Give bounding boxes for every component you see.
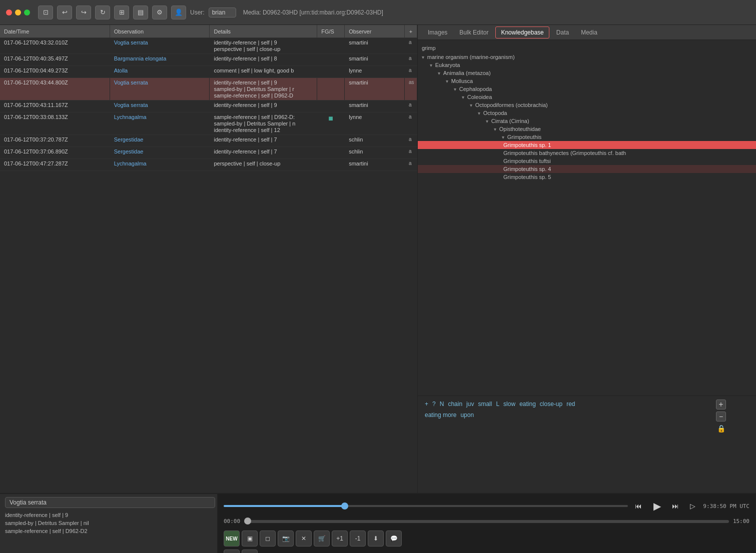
assoc-item[interactable]: close-up bbox=[539, 400, 563, 408]
assoc-add-button[interactable]: + bbox=[716, 400, 726, 410]
grid-icon: ⊞ bbox=[119, 8, 125, 16]
play-button[interactable]: ▶ bbox=[649, 498, 665, 514]
kb-tree-item[interactable]: ▾ Mollusca bbox=[418, 77, 756, 85]
kb-tree-item[interactable]: ▾ Grimpoteuthis bbox=[418, 133, 756, 141]
kb-tree-item[interactable]: ▾ Octopoda bbox=[418, 109, 756, 117]
skip-back-button[interactable]: ⏮ bbox=[632, 500, 645, 512]
minimize-button[interactable] bbox=[15, 10, 21, 16]
table-row[interactable]: 017-06-12T00:04:49.273ZAtollacomment | s… bbox=[0, 66, 417, 78]
refresh-button[interactable]: ↻ bbox=[95, 6, 110, 20]
panel-icon: ▤ bbox=[138, 8, 144, 16]
fgs-green-icon: ■ bbox=[328, 114, 333, 123]
tab-data[interactable]: Data bbox=[551, 27, 574, 38]
kb-tree-item[interactable]: ▾ Coleoidea bbox=[418, 93, 756, 101]
kb-tree-item[interactable]: ▾ Octopodiformes (octobrachia) bbox=[418, 101, 756, 109]
assoc-item[interactable]: slow bbox=[502, 400, 516, 408]
kb-tree-item[interactable]: Grimpoteuthis tuftsi bbox=[418, 157, 756, 165]
assoc-item[interactable]: eating bbox=[518, 400, 537, 408]
refresh-icon: ↻ bbox=[100, 8, 106, 16]
table-row[interactable]: 017-06-12T00:47:27.287ZLychnagalmaperspe… bbox=[0, 159, 417, 171]
table-row[interactable]: 017-06-12T00:43:11.167ZVogtia serrataide… bbox=[0, 100, 417, 112]
table-row[interactable]: 017-06-12T00:37:06.890ZSergestidaeidenti… bbox=[0, 147, 417, 159]
cell-fgs bbox=[317, 159, 345, 170]
panel-button[interactable]: ▤ bbox=[133, 6, 148, 20]
minus1-button[interactable]: -1 bbox=[350, 530, 366, 546]
kb-tree-item[interactable]: ▾ Cephalopoda bbox=[418, 85, 756, 93]
concept-select[interactable]: Vogtia serrata bbox=[5, 497, 215, 508]
comment-button[interactable]: 💬 bbox=[386, 530, 402, 546]
cell-observation: Vogtia serrata bbox=[110, 78, 210, 100]
right-tabs: ImagesBulk EditorKnowledgebaseDataMedia bbox=[418, 25, 756, 40]
assoc-item[interactable]: + bbox=[424, 400, 429, 408]
assoc-item[interactable]: L bbox=[495, 400, 500, 408]
new-annotation-button[interactable]: NEW bbox=[224, 530, 240, 546]
kb-tree-item[interactable]: ▾ Animalia (metazoa) bbox=[418, 69, 756, 77]
assoc-item[interactable]: upon bbox=[459, 411, 475, 419]
table-panel: Date/Time Observation Details FG/S Obser… bbox=[0, 25, 418, 493]
cell-details: identity-reference | self | 7 bbox=[210, 147, 317, 158]
assoc-item[interactable]: chain bbox=[447, 400, 463, 408]
cell-observer: schlin bbox=[345, 135, 405, 146]
timeline-handle[interactable] bbox=[244, 518, 251, 524]
grid-button[interactable]: ⊞ bbox=[114, 6, 129, 20]
tab-bulk-editor[interactable]: Bulk Editor bbox=[454, 27, 493, 38]
kb-tree: grimp ▾ marine organism (marine-organism… bbox=[418, 40, 756, 396]
table-row[interactable]: 017-06-12T00:33:08.133ZLychnagalmasample… bbox=[0, 112, 417, 135]
trash-button[interactable]: 🗑 bbox=[242, 550, 258, 553]
cell-details: perspective | self | close-up bbox=[210, 159, 317, 170]
table-row[interactable]: 017-06-12T00:40:35.497ZBargmannia elonga… bbox=[0, 54, 417, 66]
tab-knowledgebase[interactable]: Knowledgebase bbox=[495, 26, 549, 38]
cell-fgs: ■ bbox=[317, 112, 345, 134]
progress-fill bbox=[224, 505, 345, 507]
action-buttons: NEW ▣ ◻ 📷 ✕ 🛒 +1 -1 ⬇ 💬 bbox=[224, 530, 749, 546]
table-row[interactable]: 017-06-12T00:43:44.800ZVogtia serrataide… bbox=[0, 78, 417, 100]
snapshot-button[interactable]: ◻ bbox=[260, 530, 276, 546]
fullscreen-button[interactable] bbox=[24, 10, 30, 16]
assoc-item[interactable]: small bbox=[477, 400, 493, 408]
kb-tree-item[interactable]: Grimpoteuthis sp. 4 bbox=[418, 165, 756, 173]
kb-tree-item[interactable]: Grimpoteuthis sp. 5 bbox=[418, 173, 756, 181]
download-button[interactable]: ⬇ bbox=[368, 530, 384, 546]
tab-media[interactable]: Media bbox=[576, 27, 602, 38]
settings-button[interactable]: ⚙ bbox=[152, 6, 167, 20]
tree-arrow: ▾ bbox=[494, 126, 498, 132]
kb-tree-item[interactable]: Grimpoteuthis sp. 1 bbox=[418, 141, 756, 149]
progress-handle[interactable] bbox=[341, 502, 348, 510]
table-row[interactable]: 017-06-12T00:43:32.010ZVogtia serrataide… bbox=[0, 38, 417, 54]
kb-tree-item[interactable]: Grimpoteuthis bathynectes (Grimpoteuthis… bbox=[418, 149, 756, 157]
assoc-remove-button[interactable]: − bbox=[716, 412, 726, 422]
table-row[interactable]: 017-06-12T00:37:20.787ZSergestidaeidenti… bbox=[0, 135, 417, 147]
timeline-bar[interactable] bbox=[244, 520, 729, 523]
kb-tree-item[interactable]: ▾ Eukaryota bbox=[418, 61, 756, 69]
cell-datetime: 017-06-12T00:43:11.167Z bbox=[0, 100, 110, 112]
frame-grab-button[interactable]: ▣ bbox=[242, 530, 258, 546]
assoc-item[interactable]: red bbox=[565, 400, 576, 408]
cell-observer: smartini bbox=[345, 38, 405, 54]
skip-fwd-button[interactable]: ⏭ bbox=[669, 500, 682, 512]
video-panel: ⏮ ▶ ⏭ ▷ 9:38:50 PM UTC 00:00 15:00 NEW ▣… bbox=[218, 494, 756, 553]
layout-toggle-button[interactable]: ⊡ bbox=[38, 6, 53, 20]
camera-button[interactable]: 📷 bbox=[278, 530, 294, 546]
cell-fgs bbox=[317, 147, 345, 158]
video-progress-bar[interactable] bbox=[224, 505, 628, 507]
redo-button[interactable]: ↪ bbox=[76, 6, 91, 20]
user-button[interactable]: 👤 bbox=[171, 6, 186, 20]
delete-button[interactable]: ✕ bbox=[296, 530, 312, 546]
shuttle-right-button[interactable]: ▷ bbox=[686, 500, 699, 512]
kb-tree-item[interactable]: ▾ Opisthoteuthidae bbox=[418, 125, 756, 133]
kb-tree-item[interactable]: ▾ Cirrata (Cirrina) bbox=[418, 117, 756, 125]
loop-button[interactable]: ⟳ bbox=[224, 550, 240, 553]
undo-button[interactable]: ↩ bbox=[57, 6, 72, 20]
cart-button[interactable]: 🛒 bbox=[314, 530, 330, 546]
plus1-button[interactable]: +1 bbox=[332, 530, 348, 546]
tab-images[interactable]: Images bbox=[423, 27, 452, 38]
assoc-item[interactable]: eating more bbox=[424, 411, 457, 419]
col-plus[interactable]: + bbox=[405, 25, 417, 38]
user-select[interactable]: brian bbox=[209, 8, 236, 18]
close-button[interactable] bbox=[6, 10, 12, 16]
assoc-item[interactable]: ? bbox=[431, 400, 437, 408]
assoc-item[interactable]: N bbox=[439, 400, 445, 408]
kb-tree-item[interactable]: ▾ marine organism (marine-organism) bbox=[418, 53, 756, 61]
assoc-item[interactable]: juv bbox=[465, 400, 475, 408]
tree-arrow: ▾ bbox=[486, 118, 490, 124]
